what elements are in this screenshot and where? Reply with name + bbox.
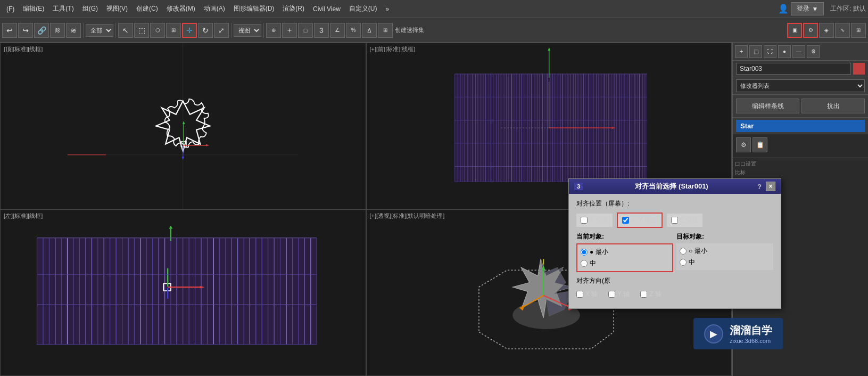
extra-button[interactable]: ⊞ bbox=[851, 23, 866, 38]
move-button[interactable]: ✛ bbox=[182, 23, 197, 38]
modifier-section: 修改器列表 bbox=[733, 77, 868, 95]
viewport-bottom-left-label: [左][标准][线框] bbox=[4, 212, 43, 220]
unlink-button[interactable]: ⛓ bbox=[50, 23, 65, 38]
menu-item-animation[interactable]: 动画(A) bbox=[200, 2, 229, 15]
edit-spline-btn[interactable]: 编辑样条线 bbox=[736, 99, 799, 113]
viewport-bottom-left[interactable]: [左][标准][线框] bbox=[0, 209, 366, 376]
x-axis-checkbox[interactable] bbox=[576, 291, 583, 298]
watermark-icon: ▶ bbox=[704, 324, 723, 344]
target-mid-radio[interactable] bbox=[680, 259, 687, 266]
menu-item-modifier[interactable]: 修改器(M) bbox=[162, 2, 200, 15]
modifier-list-select[interactable]: 修改器列表 bbox=[736, 79, 865, 92]
angle-button[interactable]: ∠ bbox=[330, 23, 345, 38]
hierarchy-btn[interactable]: ⛶ bbox=[764, 45, 776, 58]
num3-button[interactable]: 3 bbox=[314, 23, 329, 38]
current-mid-label: 中 bbox=[590, 259, 596, 268]
percent-button[interactable]: % bbox=[346, 23, 361, 38]
current-mid-radio[interactable] bbox=[581, 260, 588, 267]
spline-buttons-row: 编辑样条线 抗出 bbox=[736, 97, 865, 115]
x-axis-group: X 轴 bbox=[576, 290, 598, 299]
menu-item-more[interactable]: » bbox=[381, 3, 393, 15]
create-panel-btn[interactable]: + bbox=[735, 45, 748, 58]
dialog-body: 对齐位置（屏幕）: X 位置 ✓ Y 位置 Z 位置 当前对象: bbox=[569, 194, 781, 308]
menu-item-tools[interactable]: 工具(T) bbox=[48, 2, 78, 15]
viewport-top-left[interactable]: [顶][标准][线框] bbox=[0, 43, 366, 209]
material-editor-button[interactable]: ◈ bbox=[819, 23, 834, 38]
select-object-button[interactable]: ↖ bbox=[118, 23, 133, 38]
object-name-row bbox=[733, 61, 868, 77]
object-name-input[interactable] bbox=[736, 63, 851, 75]
watermark-sub-text: zixue.3d66.com bbox=[730, 338, 772, 344]
y-axis-checkbox[interactable] bbox=[608, 291, 615, 298]
render-frame-button[interactable]: ▣ bbox=[787, 23, 802, 38]
link-button[interactable]: 🔗 bbox=[34, 23, 49, 38]
sidebar-extra-1: ⚙ 📋 bbox=[733, 134, 868, 158]
create-set-button[interactable]: ⊞ bbox=[378, 23, 393, 38]
box-button[interactable]: □ bbox=[298, 23, 313, 38]
align-direction-label: 对齐方向(原 bbox=[576, 276, 773, 285]
viewport-bottom-right-label: [+][透视][标准][默认明暗处理] bbox=[370, 212, 445, 220]
menu-item-custom[interactable]: 自定义(U) bbox=[345, 2, 382, 15]
menu-item-edit[interactable]: 编辑(E) bbox=[19, 2, 48, 15]
current-min-radio-label: ● 最小 bbox=[581, 248, 669, 257]
menu-item-view[interactable]: 视图(V) bbox=[102, 2, 132, 15]
login-button[interactable]: 登录 ▼ bbox=[791, 2, 824, 15]
select-filter[interactable]: 全部 bbox=[86, 24, 113, 37]
delta-button[interactable]: Δ bbox=[362, 23, 377, 38]
render-settings-button[interactable]: ⚙ bbox=[803, 23, 818, 38]
snap-toggle-button[interactable]: ⊕ bbox=[266, 23, 281, 38]
current-min-radio[interactable] bbox=[581, 249, 588, 256]
scale-button[interactable]: ⤢ bbox=[214, 23, 229, 38]
extrude-btn[interactable]: 抗出 bbox=[801, 99, 865, 113]
x-position-checkbox[interactable] bbox=[581, 217, 588, 224]
motion-btn[interactable]: ● bbox=[778, 45, 791, 58]
bind-button[interactable]: ≋ bbox=[66, 23, 81, 38]
menu-item-f[interactable]: (F) bbox=[2, 3, 19, 15]
select-region-button[interactable]: ⬚ bbox=[134, 23, 149, 38]
align-position-label: 对齐位置（屏幕）: bbox=[576, 199, 773, 208]
display-btn[interactable]: — bbox=[792, 45, 805, 58]
modify-panel-btn[interactable]: ⬚ bbox=[749, 45, 762, 58]
login-area: 👤 登录 ▼ 工作区: 默认 bbox=[778, 2, 866, 15]
x-position-group: X 位置 bbox=[576, 214, 613, 227]
x-position-label: X 位置 bbox=[590, 216, 608, 225]
watermark: ▶ 溜溜自学 zixue.3d66.com bbox=[693, 318, 783, 349]
z-position-group: Z 位置 bbox=[667, 214, 703, 227]
select-fence-button[interactable]: ⊞ bbox=[166, 23, 181, 38]
panel-btn-1[interactable]: ⚙ bbox=[736, 137, 751, 152]
y-position-checkbox[interactable] bbox=[622, 217, 629, 224]
plus-button[interactable]: ＋ bbox=[282, 23, 297, 38]
utilities-btn[interactable]: ⚙ bbox=[807, 45, 820, 58]
menu-item-render[interactable]: 渲染(R) bbox=[278, 2, 309, 15]
viewport-top-right-label: [+][前][标准][线框] bbox=[370, 45, 416, 53]
menu-bar: (F) 编辑(E) 工具(T) 组(G) 视图(V) 创建(C) 修改器(M) … bbox=[0, 0, 868, 18]
target-object-options: ○ 最小 中 bbox=[676, 243, 773, 270]
z-position-label: Z 位置 bbox=[680, 216, 699, 225]
redo-button[interactable]: ↩ bbox=[18, 23, 33, 38]
z-axis-checkbox[interactable] bbox=[640, 291, 647, 298]
position-checkboxes-row: X 位置 ✓ Y 位置 Z 位置 bbox=[576, 212, 773, 228]
object-color-btn[interactable] bbox=[853, 63, 865, 75]
view-select[interactable]: 视图 bbox=[234, 24, 261, 37]
rotate-button[interactable]: ↻ bbox=[198, 23, 213, 38]
undo-button[interactable]: ↩ bbox=[2, 23, 17, 38]
target-min-label: ○ 最小 bbox=[689, 247, 707, 256]
dialog-help[interactable]: ? bbox=[757, 183, 762, 191]
dropdown-icon: ▼ bbox=[812, 5, 818, 13]
viewport-top-left-svg bbox=[1, 43, 366, 209]
target-min-radio[interactable] bbox=[680, 248, 687, 255]
y-position-group: ✓ Y 位置 bbox=[617, 212, 662, 228]
menu-item-graph-editor[interactable]: 图形编辑器(D) bbox=[229, 2, 279, 15]
panel-btn-2[interactable]: 📋 bbox=[753, 137, 767, 152]
select-lasso-button[interactable]: ⬡ bbox=[150, 23, 165, 38]
curve-editor-button[interactable]: ∿ bbox=[835, 23, 850, 38]
z-position-checkbox[interactable] bbox=[671, 217, 678, 224]
menu-item-create[interactable]: 创建(C) bbox=[132, 2, 162, 15]
dialog-close-button[interactable]: × bbox=[766, 182, 775, 191]
x-axis-label: X 轴 bbox=[585, 290, 598, 299]
current-mid-radio-label: 中 bbox=[581, 259, 669, 268]
dialog-title: 对齐当前选择 (Star001) bbox=[635, 182, 708, 191]
menu-item-civil-view[interactable]: Civil View bbox=[309, 3, 345, 15]
menu-item-group[interactable]: 组(G) bbox=[78, 2, 102, 15]
y-axis-group: Y 轴 bbox=[608, 290, 630, 299]
